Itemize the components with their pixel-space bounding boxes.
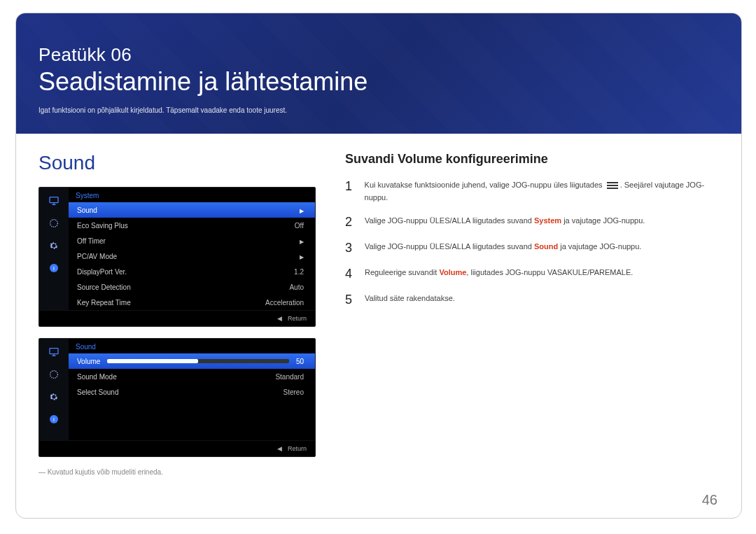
gear-icon	[45, 238, 63, 253]
triangle-right-icon: ▶	[300, 208, 304, 214]
osd-row-value: ▶	[300, 206, 304, 214]
step: 1Kui kuvatakse funktsioonide juhend, val…	[345, 179, 719, 204]
osd-row-value: Auto	[289, 283, 304, 291]
triangle-right-icon: ▶	[300, 239, 304, 245]
osd-footer: ◀ Return	[39, 440, 315, 456]
right-column: Suvandi Volume konfigureerimine 1Kui kuv…	[345, 152, 719, 476]
highlight-term: Volume	[439, 268, 466, 276]
svg-rect-0	[50, 197, 58, 203]
osd-row: Sound ModeStandard	[69, 369, 315, 384]
step: 5Valitud säte rakendatakse.	[345, 293, 719, 307]
osd-row-value: Standard	[275, 373, 304, 381]
hero-pattern	[16, 13, 741, 134]
footnote-text: Kuvatud kujutis võib mudeliti erineda.	[48, 468, 163, 476]
osd-footer: ◀ Return	[39, 310, 315, 326]
menu-icon	[607, 182, 618, 189]
osd-tab-bar: i	[39, 339, 69, 440]
left-column: Sound i System Sound ▶Eco Saving PlusOff…	[38, 152, 326, 476]
content-area: Sound i System Sound ▶Eco Saving PlusOff…	[16, 134, 741, 476]
step-text: Reguleerige suvandit Volume, liigutades …	[365, 267, 633, 279]
osd-row: Select SoundStereo	[69, 384, 315, 400]
osd-panel-title: Sound	[69, 342, 315, 353]
osd-row-label: PC/AV Mode	[77, 253, 117, 260]
osd-rows: Sound ▶Eco Saving PlusOffOff Timer ▶PC/A…	[69, 202, 315, 310]
step: 4Reguleerige suvandit Volume, liigutades…	[345, 267, 719, 281]
osd-row: DisplayPort Ver.1.2	[69, 264, 315, 279]
osd-row-label: Select Sound	[77, 388, 119, 396]
step-number: 2	[345, 215, 356, 230]
step-text: Kui kuvatakse funktsioonide juhend, vali…	[365, 179, 719, 204]
osd-panel-title: System	[69, 190, 315, 202]
subheading-volume: Suvandi Volume konfigureerimine	[345, 152, 719, 167]
osd-tab-bar: i	[39, 188, 69, 310]
osd-row-label: Key Repeat Time	[77, 299, 131, 307]
steps-list: 1Kui kuvatakse funktsioonide juhend, val…	[345, 179, 719, 307]
osd-row: Off Timer ▶	[69, 233, 315, 248]
osd-slider	[107, 359, 289, 363]
osd-row-label: DisplayPort Ver.	[77, 268, 127, 276]
triangle-left-icon: ◀	[277, 445, 282, 452]
info-icon: i	[45, 412, 63, 427]
triangle-left-icon: ◀	[277, 315, 282, 322]
osd-row: Volume50	[69, 353, 315, 369]
gear-outline-icon	[45, 367, 63, 382]
highlight-term: System	[534, 216, 561, 225]
page-number: 46	[702, 492, 718, 508]
step: 2Valige JOG-nuppu ÜLES/ALLA liigutades s…	[345, 215, 719, 230]
osd-row: PC/AV Mode ▶	[69, 248, 315, 264]
gear-outline-icon	[45, 216, 63, 231]
osd-row: Key Repeat TimeAcceleration	[69, 295, 315, 310]
osd-row: Source DetectionAuto	[69, 279, 315, 295]
osd-row-label: Sound Mode	[77, 373, 117, 381]
osd-row-value: Off	[295, 222, 304, 230]
osd-row: Eco Saving PlusOff	[69, 218, 315, 233]
osd-row-label: Source Detection	[77, 283, 131, 291]
osd-row-value: 1.2	[294, 268, 304, 276]
page-frame: Peatükk 06 Seadistamine ja lähtestamine …	[15, 13, 742, 519]
svg-text:i: i	[53, 416, 55, 423]
step: 3Valige JOG-nuppu ÜLES/ALLA liigutades s…	[345, 241, 719, 255]
svg-point-5	[50, 371, 58, 379]
osd-row-value: 50	[296, 358, 304, 365]
svg-rect-4	[50, 349, 58, 354]
osd-panel: System Sound ▶Eco Saving PlusOffOff Time…	[69, 188, 315, 310]
step-text: Valige JOG-nuppu ÜLES/ALLA liigutades su…	[365, 215, 645, 227]
osd-row: Sound ▶	[69, 202, 315, 218]
osd-row-label: Volume	[77, 358, 100, 365]
osd-row-value: Acceleration	[265, 299, 304, 307]
section-heading-sound: Sound	[38, 152, 326, 174]
step-number: 1	[345, 179, 356, 194]
osd-screenshot-system: i System Sound ▶Eco Saving PlusOffOff Ti…	[38, 187, 316, 327]
info-icon: i	[45, 260, 63, 276]
osd-row-label: Off Timer	[77, 237, 106, 245]
osd-return-label: Return	[288, 315, 307, 322]
step-number: 5	[345, 293, 356, 307]
osd-panel: Sound Volume50Sound ModeStandardSelect S…	[69, 339, 315, 440]
triangle-right-icon: ▶	[300, 254, 304, 260]
osd-rows: Volume50Sound ModeStandardSelect SoundSt…	[69, 353, 315, 400]
step-text: Valitud säte rakendatakse.	[365, 293, 455, 305]
osd-row-label: Sound	[77, 206, 97, 214]
svg-text:i: i	[53, 265, 55, 272]
monitor-icon	[45, 193, 63, 209]
monitor-icon	[45, 344, 63, 360]
step-number: 4	[345, 267, 356, 281]
chapter-subtext: Igat funktsiooni on põhjalikult kirjelda…	[38, 106, 719, 114]
dash-icon: ―	[38, 468, 48, 476]
osd-row-label: Eco Saving Plus	[77, 222, 128, 230]
osd-row-value: ▶	[300, 237, 304, 245]
footnote: ― Kuvatud kujutis võib mudeliti erineda.	[38, 468, 326, 476]
chapter-hero: Peatükk 06 Seadistamine ja lähtestamine …	[16, 13, 741, 134]
highlight-term: Sound	[534, 242, 558, 251]
step-number: 3	[345, 241, 356, 255]
osd-row-value: Stereo	[284, 388, 304, 396]
osd-row-value: ▶	[300, 253, 304, 260]
svg-point-1	[50, 220, 58, 227]
step-text: Valige JOG-nuppu ÜLES/ALLA liigutades su…	[365, 241, 641, 253]
osd-return-label: Return	[288, 445, 307, 452]
osd-screenshot-sound: i Sound Volume50Sound ModeStandardSelect…	[38, 338, 316, 457]
gear-icon	[45, 389, 63, 405]
